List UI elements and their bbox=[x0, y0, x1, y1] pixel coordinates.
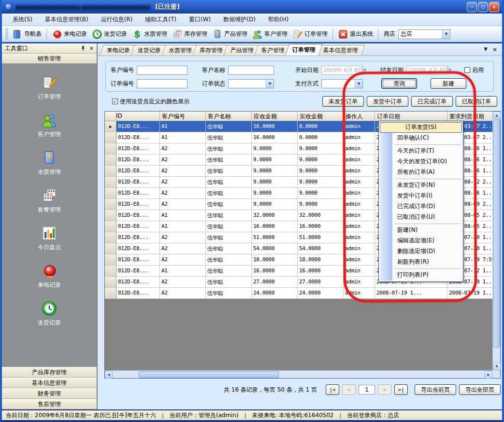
tab-basic-info[interactable]: 基本信息管理 bbox=[316, 45, 365, 56]
context-menu-item[interactable]: 未发货订单(N) bbox=[380, 180, 462, 191]
unshipped-orders-button[interactable]: 未发货订单 bbox=[322, 96, 364, 107]
toolbar-navbar-button[interactable]: 导航条 bbox=[10, 28, 44, 41]
toolbar-delivery-log-button[interactable]: 送货记录 bbox=[89, 28, 130, 41]
prev-page-button[interactable]: < bbox=[342, 384, 356, 395]
tab-close-icon[interactable]: ✕ bbox=[492, 46, 497, 53]
context-menu-item[interactable]: 订单发货(S) bbox=[380, 122, 462, 133]
table-cell: 9.0000 bbox=[252, 166, 298, 177]
sidebar-item-call-log[interactable]: 来电记录 bbox=[38, 263, 61, 289]
close-button[interactable]: ✕ bbox=[489, 2, 499, 12]
toolbar-order-button[interactable]: 订单管理 bbox=[290, 28, 330, 41]
scroll-down-icon[interactable]: ▼ bbox=[493, 363, 501, 370]
horizontal-scrollbar[interactable]: ◀ ▶ bbox=[105, 370, 492, 378]
scroll-up-icon[interactable]: ▲ bbox=[493, 112, 501, 119]
query-button[interactable]: 查询 bbox=[381, 78, 417, 89]
table-cell: A2 bbox=[160, 277, 206, 288]
customer-name-input[interactable] bbox=[228, 66, 274, 75]
menu-run-info[interactable]: 运行信息(R) bbox=[95, 14, 139, 25]
grid-header-operator[interactable]: 操作人 bbox=[344, 112, 375, 121]
context-menu-item[interactable]: 新建(N) bbox=[380, 225, 462, 236]
toolbar-customer-button[interactable]: 客户管理 bbox=[250, 28, 290, 41]
context-menu-item[interactable]: 打印列表(P) bbox=[380, 270, 462, 281]
menu-basic-info[interactable]: 基本信息管理(B) bbox=[39, 14, 94, 25]
menu-window[interactable]: 窗口(W) bbox=[183, 14, 216, 25]
sidebar-item-combo-mgmt[interactable]: 套餐管理 bbox=[38, 187, 61, 214]
minimize-button[interactable]: ─ bbox=[467, 2, 477, 12]
context-menu-item[interactable]: 已完成订单(D) bbox=[380, 201, 462, 212]
context-menu-item[interactable]: 回单确认(C) bbox=[380, 133, 462, 143]
chevron-down-icon[interactable]: ▼ bbox=[448, 66, 451, 74]
page-number-input[interactable]: 1 bbox=[359, 385, 375, 394]
pay-method-select[interactable]: ▼ bbox=[321, 79, 363, 88]
toolbar-call-log-button[interactable]: 来电记录 bbox=[49, 28, 89, 41]
grid-header-customer-name[interactable]: 客户名称 bbox=[206, 112, 252, 121]
menu-system[interactable]: 系统(S) bbox=[7, 14, 38, 25]
sidebar-section-basic-info[interactable]: 基本信息管理 bbox=[2, 378, 97, 388]
tab-order-mgmt[interactable]: 订单管理 bbox=[285, 44, 323, 56]
chevron-down-icon[interactable]: ▼ bbox=[355, 80, 362, 88]
toolbar-inventory-button[interactable]: 库存管理 bbox=[170, 28, 210, 41]
vertical-scrollbar-thumb[interactable] bbox=[493, 120, 500, 348]
panel-close-icon[interactable]: ✕ bbox=[89, 45, 94, 52]
sidebar-item-customer-mgmt[interactable]: 客户管理 bbox=[38, 112, 61, 139]
sidebar-section-after-sales[interactable]: 售后管理 bbox=[2, 399, 97, 409]
scroll-left-icon[interactable]: ◀ bbox=[105, 371, 113, 379]
delivery-color-checkbox[interactable]: ✔ 使用送货员定义的颜色展示 bbox=[112, 98, 189, 106]
menu-help[interactable]: 帮助(H) bbox=[262, 14, 294, 25]
pin-icon[interactable] bbox=[81, 45, 86, 51]
context-menu-item[interactable]: 今天的订单(T) bbox=[380, 146, 462, 156]
enable-checkbox[interactable]: 启用 bbox=[464, 66, 484, 74]
grid-header-id[interactable]: ID bbox=[116, 112, 160, 121]
maximize-button[interactable]: □ bbox=[478, 2, 488, 12]
grid-header-customer-no[interactable]: 客户编号 bbox=[160, 112, 206, 121]
new-button[interactable]: 新建 bbox=[431, 78, 466, 89]
order-no-input[interactable] bbox=[137, 79, 187, 88]
cancelled-orders-button[interactable]: 已取消订单 bbox=[456, 96, 497, 107]
context-menu-item[interactable]: 已取消订单(U) bbox=[380, 212, 462, 223]
horizontal-scrollbar-thumb[interactable] bbox=[139, 371, 279, 378]
menu-data-maintenance[interactable]: 数据维护(D) bbox=[217, 14, 261, 25]
sidebar-section-finance[interactable]: 财务管理 bbox=[2, 388, 97, 399]
chevron-down-icon[interactable]: ▼ bbox=[363, 66, 366, 74]
last-page-button[interactable]: >| bbox=[394, 384, 408, 395]
toolbar-exit-button[interactable]: 退出系统 bbox=[335, 28, 375, 41]
first-page-button[interactable]: |< bbox=[326, 384, 339, 395]
context-menu-item[interactable]: 发货中订单(I) bbox=[380, 191, 462, 201]
next-page-button[interactable]: > bbox=[378, 384, 391, 395]
context-menu-item[interactable]: 编辑选定项(E) bbox=[380, 236, 462, 246]
shop-select[interactable]: 总店 ▼ bbox=[398, 29, 450, 39]
grid-header-required-date[interactable]: 要求到货日期 bbox=[447, 112, 492, 121]
scroll-right-icon[interactable]: ▶ bbox=[485, 371, 492, 379]
shipping-orders-button[interactable]: 发货中订单 bbox=[367, 96, 408, 107]
order-status-select[interactable]: ▼ bbox=[228, 79, 274, 88]
sidebar-item-delivery-log[interactable]: 送货记录 bbox=[38, 300, 61, 327]
sidebar-item-water-ticket[interactable]: 水票管理 bbox=[38, 150, 61, 176]
table-row[interactable]: 012D-E8...A2伍华聪24.000024.0000admin2008-0… bbox=[105, 288, 492, 299]
table-cell: 9.0000 bbox=[252, 188, 298, 199]
menu-aux-tools[interactable]: 辅助工具(T) bbox=[139, 14, 182, 25]
export-all-pages-button[interactable]: 导出全部页 bbox=[459, 384, 501, 395]
context-menu-item[interactable]: 删除选定项(D) bbox=[380, 246, 462, 257]
customer-no-input[interactable] bbox=[137, 66, 187, 75]
status-current-user: 当前用户：管理员(admin) bbox=[170, 411, 239, 420]
chevron-down-icon[interactable]: ▼ bbox=[442, 30, 450, 39]
vertical-scrollbar[interactable]: ▲ ▼ bbox=[492, 112, 500, 370]
chevron-down-icon[interactable]: ▼ bbox=[266, 80, 274, 88]
toolbar-water-ticket-button[interactable]: 水票管理 bbox=[130, 28, 170, 41]
export-current-page-button[interactable]: 导出当前页 bbox=[415, 384, 456, 395]
start-date-picker[interactable]: 2009年 6月 8日 ▼ bbox=[321, 66, 363, 75]
grid-header-receivable[interactable]: 应收金额 bbox=[252, 112, 298, 121]
tab-dropdown-icon[interactable]: ▼ bbox=[484, 46, 488, 53]
sidebar-section-product-stock[interactable]: 产品库存管理 bbox=[2, 367, 97, 378]
completed-orders-button[interactable]: 已完成订单 bbox=[411, 96, 453, 107]
sidebar-section-sales[interactable]: 销售管理 bbox=[2, 54, 97, 64]
context-menu-item[interactable]: 今天的发货订单(O) bbox=[380, 156, 462, 167]
grid-header-order-date[interactable]: 订单日期 bbox=[375, 112, 447, 121]
grid-header-received[interactable]: 实收金额 bbox=[298, 112, 344, 121]
context-menu-item[interactable]: 所有的订单(A) bbox=[380, 167, 462, 178]
context-menu-item[interactable]: 刷新列表(R) bbox=[380, 257, 462, 267]
sidebar-item-today-check[interactable]: 今日盘点 bbox=[38, 225, 61, 252]
end-date-picker[interactable]: 2009年 6月 8日 ▼ bbox=[406, 66, 448, 75]
toolbar-product-button[interactable]: 产品管理 bbox=[210, 28, 250, 41]
sidebar-item-order-mgmt[interactable]: 订单管理 bbox=[38, 74, 61, 101]
